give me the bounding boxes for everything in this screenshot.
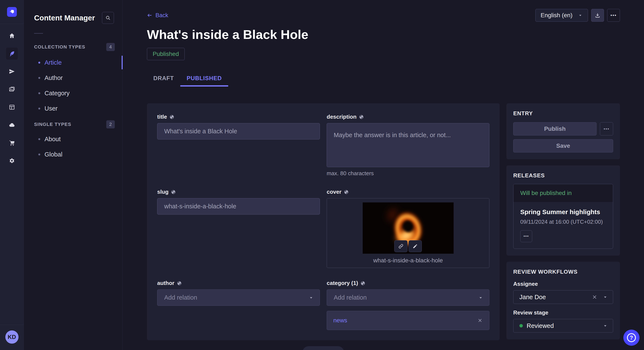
release-more-button[interactable]: ••• <box>520 230 532 242</box>
collection-types-count: 4 <box>106 43 115 51</box>
clear-assignee-icon[interactable] <box>592 294 598 300</box>
slug-input[interactable]: what-s-inside-a-black-hole <box>157 198 320 214</box>
content-type-builder-icon[interactable] <box>6 101 18 113</box>
releases-panel: RELEASES Will be published in Spring Sum… <box>506 166 620 256</box>
publish-button[interactable]: Publish <box>513 122 596 136</box>
tab-published[interactable]: PUBLISHED <box>180 70 228 87</box>
chevron-down-icon <box>603 295 608 300</box>
author-relation-select[interactable]: Add relation <box>157 289 320 306</box>
settings-icon[interactable] <box>6 155 18 167</box>
rail-menu <box>6 30 18 167</box>
sidebar-item-label: Article <box>44 59 62 66</box>
globe-icon <box>170 115 174 119</box>
more-actions-button[interactable]: ••• <box>607 9 620 22</box>
main-content: Back English (en) ••• What's inside a B <box>123 0 644 350</box>
strapi-logo[interactable] <box>7 7 17 17</box>
download-button[interactable] <box>591 9 604 22</box>
chevron-down-icon <box>603 323 608 328</box>
title-input[interactable]: What's inside a Black Hole <box>157 123 320 140</box>
stage-status-dot <box>520 324 523 328</box>
page-title: What's inside a Black Hole <box>147 27 620 42</box>
edit-asset-button[interactable] <box>409 240 422 252</box>
cover-caption: what-s-inside-a-black-hole <box>373 257 443 264</box>
field-author: author Add relation <box>157 280 320 330</box>
release-card: Will be published in Spring Summer highl… <box>513 184 613 249</box>
deployments-icon[interactable] <box>6 119 18 131</box>
sidebar-item-author[interactable]: Author <box>24 70 122 85</box>
help-button[interactable]: ? <box>623 330 640 346</box>
slug-field-label: slug <box>157 189 168 195</box>
sidebar-item-global[interactable]: Global <box>24 147 122 162</box>
stage-value: Reviewed <box>527 322 603 329</box>
sidebar-item-article[interactable]: Article <box>24 55 122 70</box>
status-badge: Published <box>147 48 185 60</box>
field-category: category (1) Add relation news <box>327 280 490 330</box>
copy-link-button[interactable] <box>394 240 408 252</box>
globe-icon <box>177 281 182 286</box>
more-icon: ••• <box>610 12 616 18</box>
assignee-value: Jane Doe <box>520 294 592 301</box>
bullet-icon <box>38 77 40 79</box>
content-manager-icon[interactable] <box>6 48 18 59</box>
author-placeholder: Add relation <box>164 294 197 301</box>
assignee-combobox[interactable]: Jane Doe <box>513 290 613 304</box>
cutoff-bottom-button[interactable] <box>302 346 344 350</box>
relation-item-news: news <box>327 311 490 330</box>
version-tabs: DRAFT PUBLISHED <box>147 70 620 87</box>
user-avatar[interactable]: KD <box>5 331 18 344</box>
description-hint: max. 80 characters <box>327 170 490 177</box>
releases-icon[interactable] <box>6 65 18 77</box>
link-icon <box>398 243 404 249</box>
release-status: Will be published in <box>514 184 613 202</box>
title-field-label: title <box>157 114 167 120</box>
bullet-icon <box>38 92 40 94</box>
entry-panel: ENTRY Publish ••• Save <box>506 103 620 159</box>
media-library-icon[interactable] <box>6 83 18 95</box>
author-field-label: author <box>157 280 174 286</box>
marketplace-icon[interactable] <box>6 137 18 149</box>
category-relation-select[interactable]: Add relation <box>327 289 490 306</box>
field-slug: slug what-s-inside-a-black-hole <box>157 189 320 268</box>
globe-icon <box>171 190 176 194</box>
sidebar-item-label: Category <box>44 90 70 97</box>
field-cover: cover <box>327 189 490 268</box>
tab-draft[interactable]: DRAFT <box>147 70 180 87</box>
release-name: Spring Summer highlights <box>520 208 606 216</box>
review-stage-label: Review stage <box>513 309 613 316</box>
bullet-icon <box>38 138 40 140</box>
sidebar-item-about[interactable]: About <box>24 131 122 147</box>
download-icon <box>595 12 600 18</box>
content-manager-subnav: Content Manager COLLECTION TYPES 4 Artic… <box>24 0 123 350</box>
globe-icon <box>344 190 348 194</box>
sidebar-item-user[interactable]: User <box>24 101 122 116</box>
search-button[interactable] <box>102 12 114 24</box>
locale-select[interactable]: English (en) <box>536 9 588 22</box>
category-placeholder: Add relation <box>334 294 367 301</box>
review-stage-select[interactable]: Reviewed <box>513 319 613 333</box>
entry-panel-title: ENTRY <box>513 110 613 117</box>
subnav-title: Content Manager <box>34 14 95 22</box>
home-icon[interactable] <box>6 30 18 42</box>
search-icon <box>106 15 110 20</box>
more-icon: ••• <box>524 234 529 239</box>
entry-more-button[interactable]: ••• <box>600 122 613 136</box>
save-button[interactable]: Save <box>513 139 613 153</box>
back-link[interactable]: Back <box>147 12 168 19</box>
releases-panel-title: RELEASES <box>513 172 613 179</box>
chevron-down-icon <box>478 295 483 300</box>
category-field-label: category (1) <box>327 280 358 286</box>
side-column: ENTRY Publish ••• Save RELEASES Will be … <box>506 103 620 339</box>
globe-icon <box>359 115 364 119</box>
sidebar-item-category[interactable]: Category <box>24 85 122 101</box>
entry-form-panel: title What's inside a Black Hole descrip… <box>147 103 500 340</box>
remove-relation-icon[interactable] <box>477 318 483 323</box>
relation-link[interactable]: news <box>333 317 347 324</box>
pencil-icon <box>413 244 418 249</box>
collection-types-label: COLLECTION TYPES <box>34 44 85 50</box>
description-textarea[interactable]: Maybe the answer is in this article, or … <box>327 123 490 167</box>
nav-rail: KD <box>0 0 24 350</box>
bullet-icon <box>38 62 40 64</box>
bullet-icon <box>38 154 40 156</box>
single-types-list: About Global <box>24 131 122 162</box>
bullet-icon <box>38 108 40 110</box>
